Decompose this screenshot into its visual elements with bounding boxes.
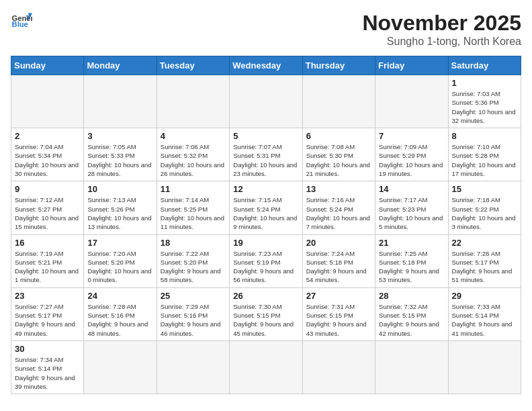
day-1: 1 Sunrise: 7:03 AM Sunset: 5:36 PM Dayli…	[448, 75, 521, 128]
header-sunday: Sunday	[11, 56, 84, 75]
empty-cell	[84, 340, 157, 394]
calendar-row-3: 9 Sunrise: 7:12 AM Sunset: 5:27 PM Dayli…	[11, 181, 521, 234]
calendar-row-2: 2 Sunrise: 7:04 AM Sunset: 5:34 PM Dayli…	[11, 128, 521, 181]
logo: General Blue	[11, 11, 32, 30]
svg-text:Blue: Blue	[12, 20, 28, 28]
day-4: 4 Sunrise: 7:06 AM Sunset: 5:32 PM Dayli…	[157, 128, 229, 181]
sunset-label: Sunset:	[452, 99, 474, 106]
day-15: 15 Sunrise: 7:18 AM Sunset: 5:22 PM Dayl…	[448, 181, 521, 234]
calendar-row-1: 1 Sunrise: 7:03 AM Sunset: 5:36 PM Dayli…	[11, 75, 521, 128]
day-16: 16 Sunrise: 7:19 AM Sunset: 5:21 PM Dayl…	[11, 234, 84, 287]
day-18: 18 Sunrise: 7:22 AM Sunset: 5:20 PM Dayl…	[157, 234, 229, 287]
day-20: 20 Sunrise: 7:24 AM Sunset: 5:18 PM Dayl…	[302, 234, 375, 287]
day-22: 22 Sunrise: 7:26 AM Sunset: 5:17 PM Dayl…	[448, 234, 521, 287]
day-13: 13 Sunrise: 7:16 AM Sunset: 5:24 PM Dayl…	[302, 181, 375, 234]
calendar-table: Sunday Monday Tuesday Wednesday Thursday…	[11, 56, 521, 394]
header-thursday: Thursday	[302, 56, 375, 75]
day-23: 23 Sunrise: 7:27 AM Sunset: 5:17 PM Dayl…	[11, 287, 84, 340]
location-subtitle: Sungho 1-tong, North Korea	[362, 36, 521, 48]
day-28: 28 Sunrise: 7:32 AM Sunset: 5:15 PM Dayl…	[375, 287, 448, 340]
header-friday: Friday	[375, 56, 448, 75]
day-5: 5 Sunrise: 7:07 AM Sunset: 5:31 PM Dayli…	[230, 128, 302, 181]
day-8: 8 Sunrise: 7:10 AM Sunset: 5:28 PM Dayli…	[448, 128, 521, 181]
day-10: 10 Sunrise: 7:13 AM Sunset: 5:26 PM Dayl…	[84, 181, 157, 234]
calendar-row-6: 30 Sunrise: 7:34 AM Sunset: 5:14 PM Dayl…	[11, 340, 521, 394]
day-11: 11 Sunrise: 7:14 AM Sunset: 5:25 PM Dayl…	[157, 181, 229, 234]
calendar-row-5: 23 Sunrise: 7:27 AM Sunset: 5:17 PM Dayl…	[11, 287, 521, 340]
day-24: 24 Sunrise: 7:28 AM Sunset: 5:16 PM Dayl…	[84, 287, 157, 340]
day-14: 14 Sunrise: 7:17 AM Sunset: 5:23 PM Dayl…	[375, 181, 448, 234]
day-27: 27 Sunrise: 7:31 AM Sunset: 5:15 PM Dayl…	[302, 287, 375, 340]
day-9: 9 Sunrise: 7:12 AM Sunset: 5:27 PM Dayli…	[11, 181, 84, 234]
day-17: 17 Sunrise: 7:20 AM Sunset: 5:20 PM Dayl…	[84, 234, 157, 287]
empty-cell	[157, 75, 229, 128]
header-monday: Monday	[84, 56, 157, 75]
empty-cell	[448, 340, 521, 394]
empty-cell	[157, 340, 229, 394]
day-26: 26 Sunrise: 7:30 AM Sunset: 5:15 PM Dayl…	[230, 287, 302, 340]
empty-cell	[375, 75, 448, 128]
day-3: 3 Sunrise: 7:05 AM Sunset: 5:33 PM Dayli…	[84, 128, 157, 181]
header-saturday: Saturday	[448, 56, 521, 75]
day-6: 6 Sunrise: 7:08 AM Sunset: 5:30 PM Dayli…	[302, 128, 375, 181]
header-tuesday: Tuesday	[157, 56, 229, 75]
empty-cell	[230, 340, 302, 394]
header-wednesday: Wednesday	[230, 56, 302, 75]
page-header: General Blue November 2025 Sungho 1-tong…	[11, 11, 521, 48]
empty-cell	[302, 75, 375, 128]
month-title: November 2025	[362, 11, 521, 36]
empty-cell	[230, 75, 302, 128]
day-29: 29 Sunrise: 7:33 AM Sunset: 5:14 PM Dayl…	[448, 287, 521, 340]
day-25: 25 Sunrise: 7:29 AM Sunset: 5:16 PM Dayl…	[157, 287, 229, 340]
empty-cell	[84, 75, 157, 128]
day-7: 7 Sunrise: 7:09 AM Sunset: 5:29 PM Dayli…	[375, 128, 448, 181]
day-2: 2 Sunrise: 7:04 AM Sunset: 5:34 PM Dayli…	[11, 128, 84, 181]
empty-cell	[11, 75, 84, 128]
logo-icon: General Blue	[11, 11, 32, 30]
day-19: 19 Sunrise: 7:23 AM Sunset: 5:19 PM Dayl…	[230, 234, 302, 287]
day-30: 30 Sunrise: 7:34 AM Sunset: 5:14 PM Dayl…	[11, 340, 84, 394]
empty-cell	[302, 340, 375, 394]
calendar-row-4: 16 Sunrise: 7:19 AM Sunset: 5:21 PM Dayl…	[11, 234, 521, 287]
day-12: 12 Sunrise: 7:15 AM Sunset: 5:24 PM Dayl…	[230, 181, 302, 234]
weekday-header-row: Sunday Monday Tuesday Wednesday Thursday…	[11, 56, 521, 75]
day-21: 21 Sunrise: 7:25 AM Sunset: 5:18 PM Dayl…	[375, 234, 448, 287]
title-section: November 2025 Sungho 1-tong, North Korea	[362, 11, 521, 48]
sunrise-label: Sunrise:	[452, 90, 476, 97]
empty-cell	[375, 340, 448, 394]
